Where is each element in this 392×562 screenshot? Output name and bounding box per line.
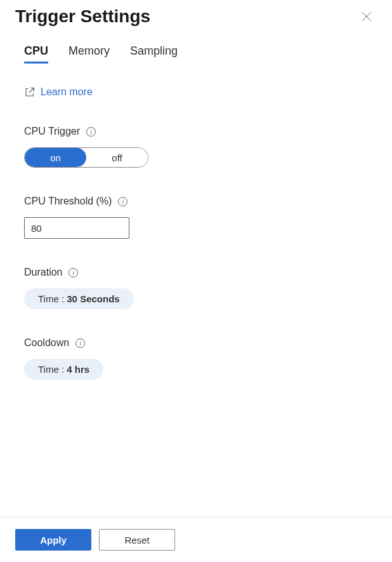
toggle-off[interactable]: off: [86, 148, 148, 167]
close-button[interactable]: [356, 6, 377, 27]
cpu-threshold-input[interactable]: [24, 217, 129, 239]
external-link-icon: [24, 86, 36, 98]
duration-value: 30 Seconds: [67, 293, 119, 304]
duration-label: Duration: [24, 267, 62, 278]
tab-sampling[interactable]: Sampling: [130, 44, 178, 64]
footer: Apply Reset: [0, 517, 392, 562]
duration-pill[interactable]: Time : 30 Seconds: [24, 288, 134, 309]
tab-memory[interactable]: Memory: [69, 44, 110, 64]
toggle-on[interactable]: on: [25, 148, 86, 167]
learn-more-label: Learn more: [41, 86, 93, 98]
learn-more-link[interactable]: Learn more: [24, 86, 93, 98]
info-icon[interactable]: i: [118, 197, 127, 206]
cpu-trigger-toggle[interactable]: on off: [24, 147, 148, 168]
cpu-trigger-label: CPU Trigger: [24, 126, 80, 137]
cooldown-prefix: Time :: [38, 364, 67, 375]
cooldown-value: 4 hrs: [67, 364, 89, 375]
cooldown-label: Cooldown: [24, 337, 69, 349]
reset-button[interactable]: Reset: [99, 529, 175, 551]
info-icon[interactable]: i: [69, 268, 78, 278]
close-icon: [362, 11, 372, 22]
duration-prefix: Time :: [38, 293, 67, 304]
cooldown-pill[interactable]: Time : 4 hrs: [24, 359, 103, 380]
info-icon[interactable]: i: [86, 127, 96, 137]
tab-cpu[interactable]: CPU: [24, 44, 48, 64]
page-title: Trigger Settings: [15, 6, 150, 27]
apply-button[interactable]: Apply: [15, 529, 91, 551]
tabs: CPU Memory Sampling: [24, 44, 377, 64]
svg-line-2: [29, 88, 34, 93]
info-icon[interactable]: i: [75, 338, 85, 348]
cpu-threshold-label: CPU Threshold (%): [24, 196, 112, 207]
